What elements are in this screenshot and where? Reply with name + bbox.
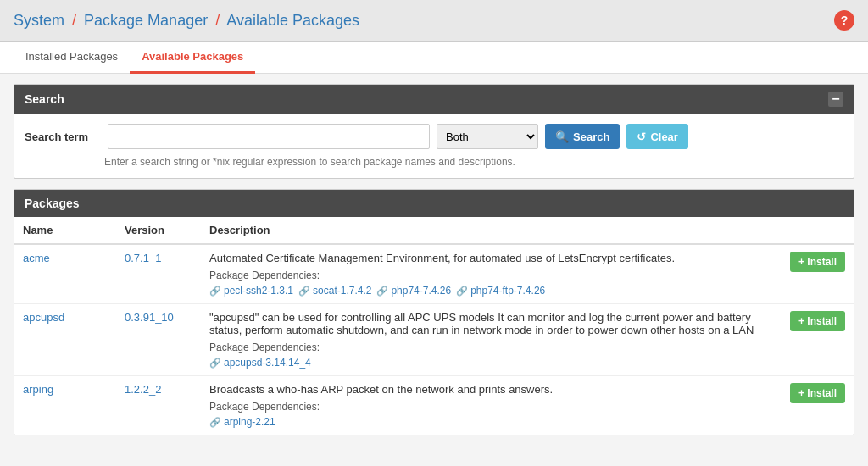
packages-panel-title: Packages bbox=[25, 197, 80, 210]
search-button[interactable]: 🔍 Search bbox=[545, 124, 620, 149]
dependency-link[interactable]: 🔗php74-ftp-7.4.26 bbox=[456, 285, 545, 297]
table-header-row: Name Version Description bbox=[14, 217, 854, 244]
package-dependencies: Package Dependencies:🔗apcupsd-3.14.14_4 bbox=[209, 341, 760, 369]
packages-panel-header: Packages bbox=[14, 190, 854, 217]
dependency-link[interactable]: 🔗php74-7.4.26 bbox=[376, 285, 451, 297]
package-dependencies: Package Dependencies:🔗arping-2.21 bbox=[209, 401, 760, 428]
packages-panel: Packages Name Version Description acme0.… bbox=[14, 189, 854, 435]
col-header-name: Name bbox=[14, 217, 116, 244]
package-description: "apcupsd" can be used for controlling al… bbox=[209, 311, 760, 336]
dependency-icon: 🔗 bbox=[298, 286, 310, 297]
package-version-link[interactable]: 0.3.91_10 bbox=[125, 311, 174, 324]
search-input[interactable] bbox=[108, 124, 430, 149]
table-row: apcupsd0.3.91_10"apcupsd" can be used fo… bbox=[14, 304, 854, 376]
package-description: Broadcasts a who-has ARP packet on the n… bbox=[209, 383, 760, 396]
clear-icon: ↺ bbox=[637, 130, 646, 143]
breadcrumb-sep-1: / bbox=[72, 12, 76, 29]
search-hint: Enter a search string or *nix regular ex… bbox=[104, 156, 843, 168]
tab-available-packages[interactable]: Available Packages bbox=[130, 42, 255, 74]
clear-button[interactable]: ↺ Clear bbox=[626, 124, 688, 149]
breadcrumb-package-manager[interactable]: Package Manager bbox=[84, 12, 208, 29]
breadcrumb-sep-2: / bbox=[215, 12, 220, 29]
dependencies-label: Package Dependencies: bbox=[209, 401, 760, 413]
help-icon[interactable]: ? bbox=[834, 10, 854, 31]
col-header-action bbox=[769, 217, 854, 244]
search-row: Search term Both Name Description 🔍 Sear… bbox=[25, 124, 843, 149]
dependency-icon: 🔗 bbox=[456, 286, 468, 297]
package-version-link[interactable]: 0.7.1_1 bbox=[125, 252, 161, 264]
dependencies-label: Package Dependencies: bbox=[209, 269, 760, 281]
packages-table: Name Version Description acme0.7.1_1Auto… bbox=[14, 217, 854, 435]
package-name-link[interactable]: apcupsd bbox=[23, 311, 64, 324]
header: System / Package Manager / Available Pac… bbox=[0, 0, 868, 42]
dependencies-label: Package Dependencies: bbox=[209, 341, 760, 353]
dependency-icon: 🔗 bbox=[376, 286, 388, 297]
package-dependencies: Package Dependencies:🔗pecl-ssh2-1.3.1🔗so… bbox=[209, 269, 760, 297]
search-scope-select[interactable]: Both Name Description bbox=[437, 124, 538, 149]
search-panel-toggle[interactable]: − bbox=[828, 92, 843, 107]
search-panel-body: Search term Both Name Description 🔍 Sear… bbox=[14, 114, 854, 178]
dependency-link[interactable]: 🔗arping-2.21 bbox=[209, 416, 275, 428]
dependency-link[interactable]: 🔗socat-1.7.4.2 bbox=[298, 285, 371, 297]
clear-button-label: Clear bbox=[650, 130, 678, 143]
install-button[interactable]: + Install bbox=[790, 383, 845, 403]
table-row: arping1.2.2_2Broadcasts a who-has ARP pa… bbox=[14, 376, 854, 435]
package-version-link[interactable]: 1.2.2_2 bbox=[125, 383, 161, 396]
install-button[interactable]: + Install bbox=[790, 311, 845, 331]
search-term-label: Search term bbox=[25, 130, 101, 143]
install-button[interactable]: + Install bbox=[790, 252, 845, 272]
dependency-icon: 🔗 bbox=[209, 286, 221, 297]
col-header-description: Description bbox=[201, 217, 769, 244]
package-description: Automated Certificate Management Environ… bbox=[209, 252, 760, 264]
dependency-icon: 🔗 bbox=[209, 417, 221, 428]
dependency-link[interactable]: 🔗apcupsd-3.14.14_4 bbox=[209, 357, 311, 369]
package-name-link[interactable]: acme bbox=[23, 252, 50, 264]
breadcrumb: System / Package Manager / Available Pac… bbox=[14, 12, 359, 30]
table-row: acme0.7.1_1Automated Certificate Managem… bbox=[14, 244, 854, 304]
packages-panel-body: Name Version Description acme0.7.1_1Auto… bbox=[14, 217, 854, 435]
breadcrumb-system[interactable]: System bbox=[14, 12, 64, 29]
dependency-link[interactable]: 🔗pecl-ssh2-1.3.1 bbox=[209, 285, 293, 297]
col-header-version: Version bbox=[116, 217, 201, 244]
search-panel-header: Search − bbox=[14, 85, 854, 114]
main-content: Search − Search term Both Name Descripti… bbox=[0, 74, 868, 456]
package-name-link[interactable]: arping bbox=[23, 383, 53, 396]
dependency-icon: 🔗 bbox=[209, 358, 221, 369]
tab-installed-packages[interactable]: Installed Packages bbox=[14, 42, 130, 74]
search-panel-title: Search bbox=[25, 92, 64, 106]
breadcrumb-available-packages[interactable]: Available Packages bbox=[226, 12, 359, 29]
search-button-label: Search bbox=[573, 130, 609, 143]
search-panel: Search − Search term Both Name Descripti… bbox=[14, 84, 854, 179]
search-icon: 🔍 bbox=[555, 130, 569, 143]
tabs-bar: Installed Packages Available Packages bbox=[0, 42, 868, 74]
